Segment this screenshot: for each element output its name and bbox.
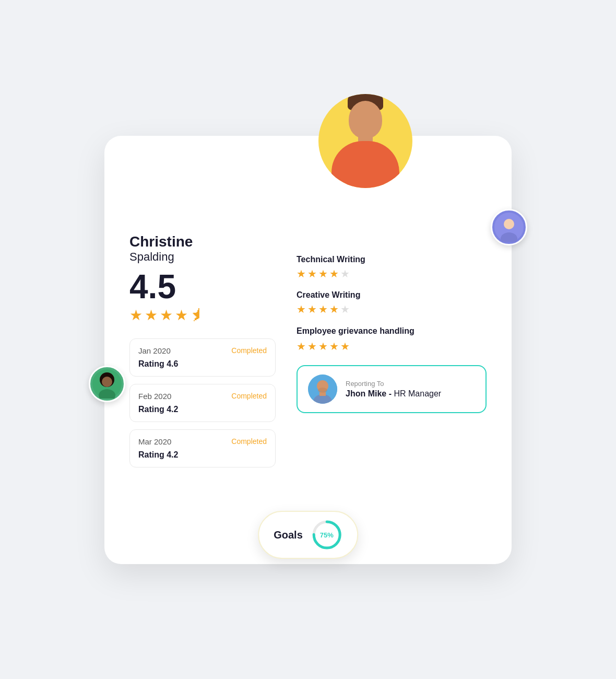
cw-star-1: ★ — [297, 303, 306, 315]
reporting-card: Reporting To Jhon Mike - HR Manager — [297, 365, 487, 413]
rating-card-feb: Feb 2020 Completed Rating 4.2 — [129, 384, 276, 422]
status-mar: Completed — [231, 437, 267, 446]
svg-point-10 — [102, 377, 112, 387]
svg-point-6 — [504, 219, 514, 229]
overall-rating: 4.5 — [129, 270, 276, 303]
tw-star-2: ★ — [307, 267, 317, 280]
rating-card-mar-header: Mar 2020 Completed — [138, 437, 267, 446]
status-feb: Completed — [231, 392, 267, 400]
side-avatar-right — [491, 209, 527, 245]
rating-value-feb: Rating 4.2 — [138, 405, 267, 414]
svg-point-4 — [318, 388, 327, 393]
month-jan: Jan 2020 — [138, 346, 171, 355]
month-feb: Feb 2020 — [138, 392, 171, 401]
status-jan: Completed — [231, 346, 267, 355]
star-half: ⯨ — [190, 307, 205, 324]
rating-card-mar: Mar 2020 Completed Rating 4.2 — [129, 429, 276, 467]
side-avatar-right-svg — [494, 213, 524, 242]
reporting-avatar-svg — [308, 374, 337, 404]
skill-creative-writing: Creative Writing ★ ★ ★ ★ ★ — [297, 290, 487, 315]
card-body: Christine Spalding 4.5 ★ ★ ★ ★ ⯨ Jan 202… — [129, 161, 487, 475]
first-name: Christine — [129, 234, 276, 250]
star-4: ★ — [175, 307, 188, 324]
skill-technical-writing-name: Technical Writing — [297, 255, 487, 264]
avatar-body — [331, 141, 399, 188]
cw-star-empty: ★ — [340, 303, 350, 315]
goals-circle: 75% — [311, 519, 342, 551]
left-column: Christine Spalding 4.5 ★ ★ ★ ★ ⯨ Jan 202… — [129, 161, 276, 475]
main-profile-card: Christine Spalding 4.5 ★ ★ ★ ★ ⯨ Jan 202… — [104, 136, 512, 564]
skill-grievance: Employee grievance handling ★ ★ ★ ★ ★ — [297, 326, 487, 353]
skill-creative-writing-stars: ★ ★ ★ ★ ★ — [297, 303, 487, 315]
last-name: Spalding — [129, 250, 276, 264]
rating-card-jan: Jan 2020 Completed Rating 4.6 — [129, 338, 276, 377]
eg-star-1: ★ — [297, 340, 306, 353]
rating-stars: ★ ★ ★ ★ ⯨ — [129, 307, 276, 324]
rating-card-jan-header: Jan 2020 Completed — [138, 346, 267, 355]
side-avatar-left-svg — [92, 369, 122, 399]
reporting-avatar — [308, 374, 337, 404]
skill-technical-writing-stars: ★ ★ ★ ★ ★ — [297, 267, 487, 280]
goals-label: Goals — [274, 529, 303, 541]
profile-scene: Christine Spalding 4.5 ★ ★ ★ ★ ⯨ Jan 202… — [104, 104, 512, 575]
tw-star-4: ★ — [329, 267, 339, 280]
skill-grievance-stars: ★ ★ ★ ★ ★ — [297, 340, 487, 353]
main-avatar-wrapper — [318, 94, 412, 188]
tw-star-empty: ★ — [340, 267, 350, 280]
star-2: ★ — [145, 307, 158, 324]
star-3: ★ — [160, 307, 173, 324]
reporting-name: Jhon Mike - HR Manager — [346, 389, 441, 399]
cw-star-2: ★ — [307, 303, 317, 315]
rating-card-feb-header: Feb 2020 Completed — [138, 392, 267, 401]
tw-star-1: ★ — [297, 267, 306, 280]
skill-creative-writing-name: Creative Writing — [297, 290, 487, 300]
eg-star-3: ★ — [318, 340, 328, 353]
main-avatar — [318, 94, 412, 188]
tw-star-3: ★ — [318, 267, 328, 280]
skill-technical-writing: Technical Writing ★ ★ ★ ★ ★ — [297, 255, 487, 280]
skill-grievance-name: Employee grievance handling — [297, 326, 487, 337]
rating-value-mar: Rating 4.2 — [138, 450, 267, 460]
cw-star-3: ★ — [318, 303, 328, 315]
rating-value-jan: Rating 4.6 — [138, 359, 267, 369]
month-mar: Mar 2020 — [138, 437, 171, 446]
reporting-label: Reporting To — [346, 380, 441, 388]
eg-star-4: ★ — [329, 340, 339, 353]
goals-pill: Goals 75% — [258, 511, 358, 559]
reporting-info: Reporting To Jhon Mike - HR Manager — [346, 380, 441, 399]
right-column: Technical Writing ★ ★ ★ ★ ★ Creative Wri… — [297, 161, 487, 475]
cw-star-4: ★ — [329, 303, 339, 315]
eg-star-2: ★ — [307, 340, 317, 353]
side-avatar-left — [89, 366, 125, 402]
star-1: ★ — [129, 307, 143, 324]
goals-percent: 75% — [320, 531, 334, 539]
eg-star-5: ★ — [340, 340, 350, 353]
